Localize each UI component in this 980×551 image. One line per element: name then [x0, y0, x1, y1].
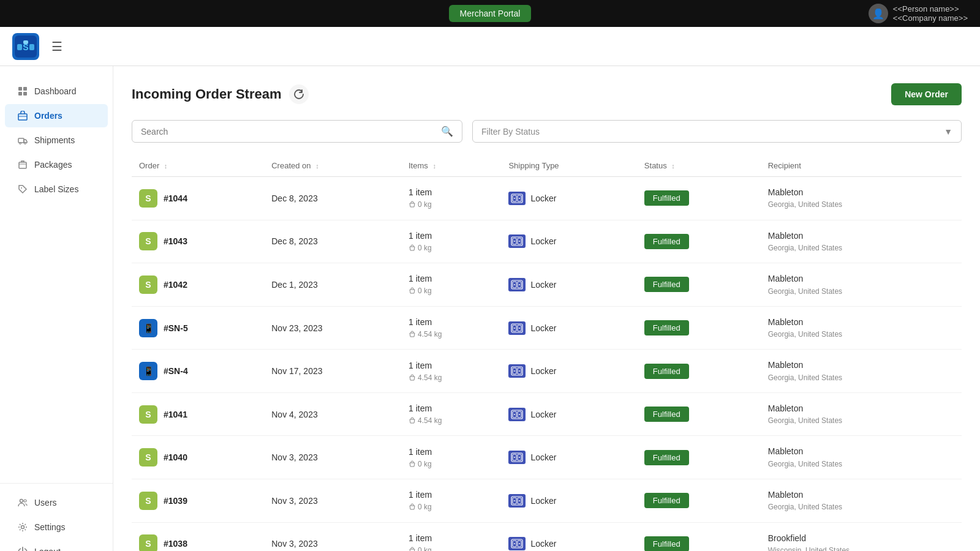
locker-icon [508, 278, 526, 291]
table-row[interactable]: 📱 #SN-4 Nov 17, 2023 1 item 4.54 kg [132, 350, 962, 393]
col-shipping[interactable]: Shipping Type [501, 155, 636, 177]
shopify-icon: S [139, 534, 157, 551]
svg-point-17 [20, 500, 23, 503]
svg-point-58 [514, 500, 515, 501]
col-created[interactable]: Created on ↕ [264, 155, 401, 177]
items-cell-9: 1 item 0 kg [401, 522, 501, 551]
merchant-portal-button[interactable]: Merchant Portal [449, 5, 532, 22]
table-row[interactable]: S #1038 Nov 3, 2023 1 item 0 kg [132, 522, 962, 551]
status-badge: Fulfilled [644, 190, 689, 206]
topbar-right: 👤 <<Person name>> <<Company name>> [869, 4, 968, 23]
layout: Dashboard Orders Shipments Packages [0, 66, 980, 551]
page-header: Incoming Order Stream New Order [132, 83, 962, 105]
status-cell-3: Fulfilled [637, 263, 761, 307]
col-status[interactable]: Status ↕ [637, 155, 761, 177]
svg-point-59 [519, 500, 520, 501]
table-row[interactable]: S #1040 Nov 3, 2023 1 item 0 kg [132, 436, 962, 479]
sidebar-item-orders[interactable]: Orders [5, 104, 108, 127]
refresh-icon[interactable] [289, 84, 309, 104]
table-row[interactable]: S #1042 Dec 1, 2023 1 item 0 kg [132, 263, 962, 307]
shipping-type-label: Locker [530, 366, 556, 376]
recipient-cell-1: Mableton Georgia, United States [761, 177, 962, 220]
items-cell-6: 1 item 4.54 kg [401, 392, 501, 436]
sidebar-item-shipments[interactable]: Shipments [5, 129, 108, 152]
table-row[interactable]: S #1044 Dec 8, 2023 1 item 0 kg [132, 177, 962, 220]
table-row[interactable]: S #1041 Nov 4, 2023 1 item 4.54 kg [132, 392, 962, 436]
svg-point-16 [21, 187, 22, 189]
svg-rect-4 [29, 44, 34, 50]
sidebar-item-dashboard[interactable]: Dashboard [5, 80, 108, 103]
recipient-cell-8: Mableton Georgia, United States [761, 479, 962, 523]
main-content: Incoming Order Stream New Order 🔍 Filter… [113, 66, 980, 551]
filter-by-status-select[interactable]: Filter By Status ▼ [472, 120, 962, 143]
hamburger-icon[interactable]: ☰ [51, 39, 62, 54]
order-number: #1040 [164, 452, 187, 462]
svg-point-64 [519, 543, 520, 544]
shopify-icon: S [139, 448, 157, 467]
search-input[interactable] [141, 127, 441, 137]
page-title: Incoming Order Stream [132, 86, 282, 102]
locker-icon [508, 192, 526, 205]
svg-rect-9 [23, 92, 27, 96]
sidebar-bottom: Users Settings Logout [0, 483, 113, 551]
locker-icon [508, 494, 526, 508]
recipient-cell-5: Mableton Georgia, United States [761, 350, 962, 393]
recipient-cell-7: Mableton Georgia, United States [761, 436, 962, 479]
shipping-cell-6: Locker [501, 392, 636, 436]
shipping-type-label: Locker [530, 452, 556, 462]
items-cell-2: 1 item 0 kg [401, 220, 501, 263]
table-row[interactable]: S #1043 Dec 8, 2023 1 item 0 kg [132, 220, 962, 263]
status-badge: Fulfilled [644, 407, 689, 422]
status-badge: Fulfilled [644, 450, 689, 465]
col-recipient[interactable]: Recipient [761, 155, 962, 177]
locker-icon [508, 537, 526, 550]
locker-icon [508, 364, 526, 378]
shipping-cell-8: Locker [501, 479, 636, 523]
created-cell-8: Nov 3, 2023 [264, 479, 401, 523]
shipping-cell-9: Locker [501, 522, 636, 551]
created-cell-9: Nov 3, 2023 [264, 522, 401, 551]
search-box[interactable]: 🔍 [132, 120, 462, 143]
recipient-cell-3: Mableton Georgia, United States [761, 263, 962, 307]
shopify-icon: S [139, 492, 157, 510]
table-header: Order ↕ Created on ↕ Items ↕ Shipping Ty… [132, 155, 962, 177]
chevron-down-icon: ▼ [944, 127, 952, 137]
svg-point-48 [514, 414, 515, 415]
sidebar-item-packages[interactable]: Packages [5, 153, 108, 176]
col-items[interactable]: Items ↕ [401, 155, 501, 177]
svg-point-28 [514, 241, 515, 242]
order-cell-2: S #1043 [132, 220, 264, 263]
svg-rect-3 [17, 44, 22, 50]
gear-icon [17, 522, 28, 533]
sidebar-item-users[interactable]: Users [5, 491, 108, 514]
order-number: #1044 [164, 193, 187, 203]
filter-placeholder: Filter By Status [481, 127, 540, 137]
table-row[interactable]: S #1039 Nov 3, 2023 1 item 0 kg [132, 479, 962, 523]
svg-point-39 [519, 328, 520, 329]
sidebar-item-logout[interactable]: Logout [5, 540, 108, 551]
svg-rect-6 [18, 87, 22, 91]
avatar: 👤 [869, 4, 888, 23]
svg-point-23 [514, 198, 515, 199]
sort-icon-order: ↕ [164, 162, 168, 170]
order-number: #1043 [164, 236, 187, 246]
order-number: #1042 [164, 280, 187, 290]
box-icon [17, 110, 28, 121]
svg-rect-10 [18, 114, 27, 120]
status-cell-5: Fulfilled [637, 350, 761, 393]
sort-icon-status: ↕ [671, 162, 675, 170]
svg-point-53 [514, 457, 515, 458]
sidebar-item-label-sizes-label: Label Sizes [34, 184, 78, 194]
locker-icon [508, 234, 526, 248]
shipping-type-label: Locker [530, 236, 556, 246]
order-number: #1039 [164, 496, 187, 506]
sort-icon-created: ↕ [315, 162, 319, 170]
sidebar-item-label-sizes[interactable]: Label Sizes [5, 178, 108, 201]
svg-point-44 [519, 370, 520, 372]
new-order-button[interactable]: New Order [891, 83, 962, 105]
created-cell-2: Dec 8, 2023 [264, 220, 401, 263]
shipping-type-label: Locker [530, 323, 556, 333]
table-row[interactable]: 📱 #SN-5 Nov 23, 2023 1 item 4.54 kg [132, 306, 962, 350]
col-order[interactable]: Order ↕ [132, 155, 264, 177]
sidebar-item-settings[interactable]: Settings [5, 515, 108, 539]
